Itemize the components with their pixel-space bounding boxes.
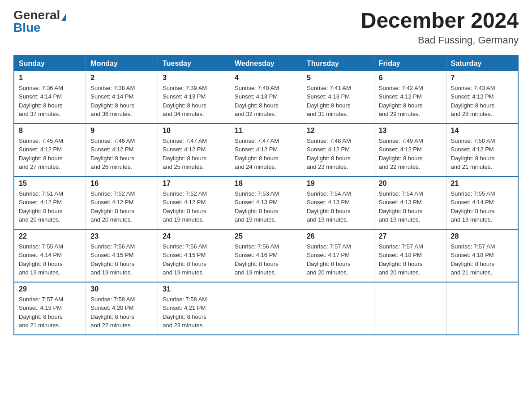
day-number: 6 <box>379 74 442 82</box>
day-info: Sunrise: 7:42 AM Sunset: 4:12 PM Dayligh… <box>379 84 442 119</box>
day-info: Sunrise: 7:41 AM Sunset: 4:13 PM Dayligh… <box>307 84 369 119</box>
calendar-cell: 8 Sunrise: 7:45 AM Sunset: 4:12 PM Dayli… <box>14 124 86 176</box>
calendar-cell: 4 Sunrise: 7:40 AM Sunset: 4:13 PM Dayli… <box>230 71 302 124</box>
day-info: Sunrise: 7:54 AM Sunset: 4:13 PM Dayligh… <box>307 189 369 224</box>
day-info: Sunrise: 7:39 AM Sunset: 4:13 PM Dayligh… <box>163 84 225 119</box>
day-number: 4 <box>235 74 297 82</box>
day-info: Sunrise: 7:56 AM Sunset: 4:15 PM Dayligh… <box>163 242 225 277</box>
day-info: Sunrise: 7:43 AM Sunset: 4:12 PM Dayligh… <box>451 84 513 119</box>
day-info: Sunrise: 7:50 AM Sunset: 4:12 PM Dayligh… <box>451 137 513 171</box>
day-number: 18 <box>235 180 297 188</box>
day-info: Sunrise: 7:45 AM Sunset: 4:12 PM Dayligh… <box>19 137 81 171</box>
day-number: 9 <box>90 127 153 135</box>
calendar-cell: 5 Sunrise: 7:41 AM Sunset: 4:13 PM Dayli… <box>302 71 374 124</box>
calendar-cell: 10 Sunrise: 7:47 AM Sunset: 4:12 PM Dayl… <box>158 124 230 176</box>
day-info: Sunrise: 7:57 AM Sunset: 4:19 PM Dayligh… <box>19 295 81 330</box>
title-section: December 2024 Bad Fussing, Germany <box>361 9 519 46</box>
day-number: 23 <box>90 232 153 240</box>
calendar-header-row: Sunday Monday Tuesday Wednesday Thursday… <box>14 56 518 71</box>
location-text: Bad Fussing, Germany <box>361 34 519 46</box>
calendar-cell: 23 Sunrise: 7:56 AM Sunset: 4:15 PM Dayl… <box>86 229 158 282</box>
day-info: Sunrise: 7:57 AM Sunset: 4:17 PM Dayligh… <box>307 242 369 277</box>
day-number: 26 <box>307 232 369 240</box>
header-saturday: Saturday <box>446 56 518 71</box>
day-info: Sunrise: 7:56 AM Sunset: 4:16 PM Dayligh… <box>235 242 297 277</box>
day-number: 5 <box>307 74 369 82</box>
calendar-cell <box>302 282 374 335</box>
header-wednesday: Wednesday <box>230 56 302 71</box>
header-sunday: Sunday <box>14 56 86 71</box>
week-row-2: 8 Sunrise: 7:45 AM Sunset: 4:12 PM Dayli… <box>14 124 518 176</box>
day-number: 17 <box>163 180 225 188</box>
day-info: Sunrise: 7:55 AM Sunset: 4:14 PM Dayligh… <box>451 189 513 224</box>
calendar-cell: 7 Sunrise: 7:43 AM Sunset: 4:12 PM Dayli… <box>446 71 518 124</box>
calendar-cell: 25 Sunrise: 7:56 AM Sunset: 4:16 PM Dayl… <box>230 229 302 282</box>
calendar-cell: 20 Sunrise: 7:54 AM Sunset: 4:13 PM Dayl… <box>374 176 446 229</box>
day-info: Sunrise: 7:36 AM Sunset: 4:14 PM Dayligh… <box>19 84 81 119</box>
day-number: 22 <box>19 232 81 240</box>
day-info: Sunrise: 7:55 AM Sunset: 4:14 PM Dayligh… <box>19 242 81 277</box>
calendar-cell: 21 Sunrise: 7:55 AM Sunset: 4:14 PM Dayl… <box>446 176 518 229</box>
calendar-cell: 16 Sunrise: 7:52 AM Sunset: 4:12 PM Dayl… <box>86 176 158 229</box>
calendar-cell: 14 Sunrise: 7:50 AM Sunset: 4:12 PM Dayl… <box>446 124 518 176</box>
header-friday: Friday <box>374 56 446 71</box>
calendar-cell: 31 Sunrise: 7:58 AM Sunset: 4:21 PM Dayl… <box>158 282 230 335</box>
calendar-cell: 22 Sunrise: 7:55 AM Sunset: 4:14 PM Dayl… <box>14 229 86 282</box>
day-info: Sunrise: 7:56 AM Sunset: 4:15 PM Dayligh… <box>90 242 153 277</box>
calendar-cell: 28 Sunrise: 7:57 AM Sunset: 4:18 PM Dayl… <box>446 229 518 282</box>
calendar-cell: 15 Sunrise: 7:51 AM Sunset: 4:12 PM Dayl… <box>14 176 86 229</box>
day-info: Sunrise: 7:47 AM Sunset: 4:12 PM Dayligh… <box>163 137 225 171</box>
day-info: Sunrise: 7:51 AM Sunset: 4:12 PM Dayligh… <box>19 189 81 224</box>
day-number: 28 <box>451 232 513 240</box>
week-row-4: 22 Sunrise: 7:55 AM Sunset: 4:14 PM Dayl… <box>14 229 518 282</box>
calendar-cell: 12 Sunrise: 7:48 AM Sunset: 4:12 PM Dayl… <box>302 124 374 176</box>
day-info: Sunrise: 7:53 AM Sunset: 4:13 PM Dayligh… <box>235 189 297 224</box>
day-number: 19 <box>307 180 369 188</box>
day-number: 24 <box>163 232 225 240</box>
day-info: Sunrise: 7:57 AM Sunset: 4:18 PM Dayligh… <box>451 242 513 277</box>
day-number: 15 <box>19 180 81 188</box>
day-number: 16 <box>90 180 153 188</box>
calendar-cell: 27 Sunrise: 7:57 AM Sunset: 4:18 PM Dayl… <box>374 229 446 282</box>
week-row-3: 15 Sunrise: 7:51 AM Sunset: 4:12 PM Dayl… <box>14 176 518 229</box>
logo-bottom: Blue <box>13 21 41 34</box>
day-info: Sunrise: 7:57 AM Sunset: 4:18 PM Dayligh… <box>379 242 442 277</box>
day-number: 11 <box>235 127 297 135</box>
logo-top: General <box>13 9 66 21</box>
calendar-cell: 13 Sunrise: 7:49 AM Sunset: 4:12 PM Dayl… <box>374 124 446 176</box>
calendar-cell: 6 Sunrise: 7:42 AM Sunset: 4:12 PM Dayli… <box>374 71 446 124</box>
week-row-1: 1 Sunrise: 7:36 AM Sunset: 4:14 PM Dayli… <box>14 71 518 124</box>
calendar-cell: 30 Sunrise: 7:58 AM Sunset: 4:20 PM Dayl… <box>86 282 158 335</box>
calendar-cell: 29 Sunrise: 7:57 AM Sunset: 4:19 PM Dayl… <box>14 282 86 335</box>
day-number: 27 <box>379 232 442 240</box>
calendar-cell <box>230 282 302 335</box>
day-info: Sunrise: 7:52 AM Sunset: 4:12 PM Dayligh… <box>163 189 225 224</box>
calendar-table: Sunday Monday Tuesday Wednesday Thursday… <box>13 55 519 335</box>
calendar-cell: 24 Sunrise: 7:56 AM Sunset: 4:15 PM Dayl… <box>158 229 230 282</box>
logo-blue-text: Blue <box>13 21 41 34</box>
day-info: Sunrise: 7:58 AM Sunset: 4:21 PM Dayligh… <box>163 295 225 330</box>
week-row-5: 29 Sunrise: 7:57 AM Sunset: 4:19 PM Dayl… <box>14 282 518 335</box>
day-info: Sunrise: 7:46 AM Sunset: 4:12 PM Dayligh… <box>90 137 153 171</box>
logo: General Blue <box>13 9 66 34</box>
day-number: 10 <box>163 127 225 135</box>
logo-general-text: General <box>13 8 60 22</box>
day-number: 8 <box>19 127 81 135</box>
day-number: 30 <box>90 285 153 293</box>
day-info: Sunrise: 7:49 AM Sunset: 4:12 PM Dayligh… <box>379 137 442 171</box>
calendar-cell: 11 Sunrise: 7:47 AM Sunset: 4:12 PM Dayl… <box>230 124 302 176</box>
day-number: 25 <box>235 232 297 240</box>
calendar-cell: 2 Sunrise: 7:38 AM Sunset: 4:14 PM Dayli… <box>86 71 158 124</box>
calendar-cell: 19 Sunrise: 7:54 AM Sunset: 4:13 PM Dayl… <box>302 176 374 229</box>
header-thursday: Thursday <box>302 56 374 71</box>
header-tuesday: Tuesday <box>158 56 230 71</box>
calendar-cell: 1 Sunrise: 7:36 AM Sunset: 4:14 PM Dayli… <box>14 71 86 124</box>
day-number: 21 <box>451 180 513 188</box>
day-number: 2 <box>90 74 153 82</box>
day-number: 29 <box>19 285 81 293</box>
calendar-cell: 18 Sunrise: 7:53 AM Sunset: 4:13 PM Dayl… <box>230 176 302 229</box>
day-info: Sunrise: 7:38 AM Sunset: 4:14 PM Dayligh… <box>90 84 153 119</box>
day-number: 12 <box>307 127 369 135</box>
header-monday: Monday <box>86 56 158 71</box>
day-info: Sunrise: 7:54 AM Sunset: 4:13 PM Dayligh… <box>379 189 442 224</box>
